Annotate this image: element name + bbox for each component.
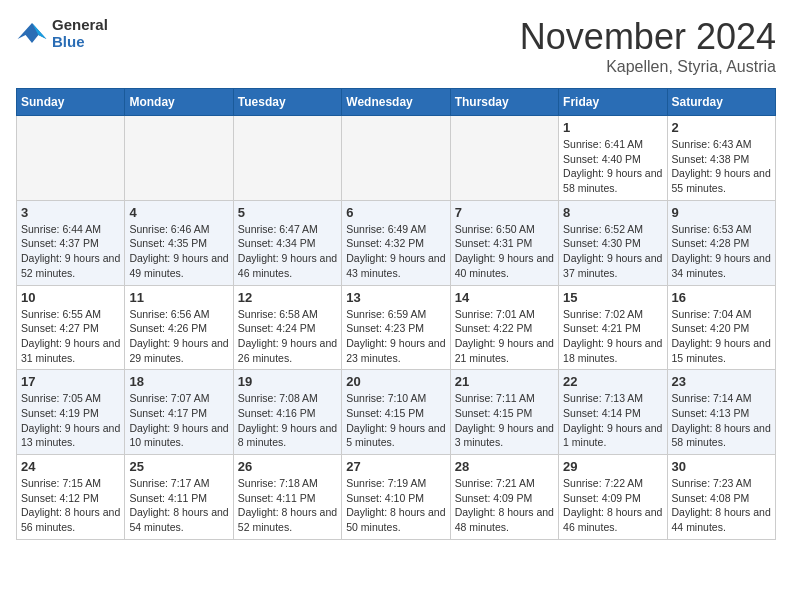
- day-info: Sunrise: 7:02 AM Sunset: 4:21 PM Dayligh…: [563, 307, 662, 366]
- day-info: Sunrise: 7:10 AM Sunset: 4:15 PM Dayligh…: [346, 391, 445, 450]
- day-number: 24: [21, 459, 120, 474]
- day-number: 4: [129, 205, 228, 220]
- day-info: Sunrise: 6:43 AM Sunset: 4:38 PM Dayligh…: [672, 137, 771, 196]
- calendar-cell: 15Sunrise: 7:02 AM Sunset: 4:21 PM Dayli…: [559, 285, 667, 370]
- calendar-cell: 2Sunrise: 6:43 AM Sunset: 4:38 PM Daylig…: [667, 116, 775, 201]
- calendar-cell: 23Sunrise: 7:14 AM Sunset: 4:13 PM Dayli…: [667, 370, 775, 455]
- day-info: Sunrise: 7:21 AM Sunset: 4:09 PM Dayligh…: [455, 476, 554, 535]
- calendar-week-row: 10Sunrise: 6:55 AM Sunset: 4:27 PM Dayli…: [17, 285, 776, 370]
- calendar-cell: 10Sunrise: 6:55 AM Sunset: 4:27 PM Dayli…: [17, 285, 125, 370]
- day-number: 6: [346, 205, 445, 220]
- day-number: 25: [129, 459, 228, 474]
- day-number: 2: [672, 120, 771, 135]
- day-info: Sunrise: 7:08 AM Sunset: 4:16 PM Dayligh…: [238, 391, 337, 450]
- calendar-cell: 27Sunrise: 7:19 AM Sunset: 4:10 PM Dayli…: [342, 455, 450, 540]
- calendar-cell: 17Sunrise: 7:05 AM Sunset: 4:19 PM Dayli…: [17, 370, 125, 455]
- calendar-cell: 16Sunrise: 7:04 AM Sunset: 4:20 PM Dayli…: [667, 285, 775, 370]
- day-number: 23: [672, 374, 771, 389]
- day-info: Sunrise: 7:13 AM Sunset: 4:14 PM Dayligh…: [563, 391, 662, 450]
- day-info: Sunrise: 7:22 AM Sunset: 4:09 PM Dayligh…: [563, 476, 662, 535]
- calendar-cell: 3Sunrise: 6:44 AM Sunset: 4:37 PM Daylig…: [17, 200, 125, 285]
- weekday-header-sunday: Sunday: [17, 89, 125, 116]
- page-header: General Blue November 2024 Kapellen, Sty…: [16, 16, 776, 76]
- calendar-cell: 21Sunrise: 7:11 AM Sunset: 4:15 PM Dayli…: [450, 370, 558, 455]
- calendar-cell: [17, 116, 125, 201]
- day-info: Sunrise: 6:50 AM Sunset: 4:31 PM Dayligh…: [455, 222, 554, 281]
- calendar-week-row: 1Sunrise: 6:41 AM Sunset: 4:40 PM Daylig…: [17, 116, 776, 201]
- calendar-cell: 5Sunrise: 6:47 AM Sunset: 4:34 PM Daylig…: [233, 200, 341, 285]
- calendar-cell: 26Sunrise: 7:18 AM Sunset: 4:11 PM Dayli…: [233, 455, 341, 540]
- calendar-cell: 24Sunrise: 7:15 AM Sunset: 4:12 PM Dayli…: [17, 455, 125, 540]
- calendar-cell: 4Sunrise: 6:46 AM Sunset: 4:35 PM Daylig…: [125, 200, 233, 285]
- day-number: 5: [238, 205, 337, 220]
- day-info: Sunrise: 6:47 AM Sunset: 4:34 PM Dayligh…: [238, 222, 337, 281]
- day-info: Sunrise: 7:15 AM Sunset: 4:12 PM Dayligh…: [21, 476, 120, 535]
- day-info: Sunrise: 7:18 AM Sunset: 4:11 PM Dayligh…: [238, 476, 337, 535]
- weekday-header-tuesday: Tuesday: [233, 89, 341, 116]
- day-number: 14: [455, 290, 554, 305]
- month-title: November 2024: [520, 16, 776, 58]
- day-info: Sunrise: 7:23 AM Sunset: 4:08 PM Dayligh…: [672, 476, 771, 535]
- calendar-cell: 1Sunrise: 6:41 AM Sunset: 4:40 PM Daylig…: [559, 116, 667, 201]
- day-number: 29: [563, 459, 662, 474]
- calendar-cell: 22Sunrise: 7:13 AM Sunset: 4:14 PM Dayli…: [559, 370, 667, 455]
- day-number: 18: [129, 374, 228, 389]
- day-info: Sunrise: 7:11 AM Sunset: 4:15 PM Dayligh…: [455, 391, 554, 450]
- weekday-header-row: SundayMondayTuesdayWednesdayThursdayFrid…: [17, 89, 776, 116]
- calendar-cell: 8Sunrise: 6:52 AM Sunset: 4:30 PM Daylig…: [559, 200, 667, 285]
- day-info: Sunrise: 6:52 AM Sunset: 4:30 PM Dayligh…: [563, 222, 662, 281]
- day-info: Sunrise: 6:53 AM Sunset: 4:28 PM Dayligh…: [672, 222, 771, 281]
- weekday-header-saturday: Saturday: [667, 89, 775, 116]
- calendar-cell: 29Sunrise: 7:22 AM Sunset: 4:09 PM Dayli…: [559, 455, 667, 540]
- day-number: 16: [672, 290, 771, 305]
- day-number: 1: [563, 120, 662, 135]
- day-number: 3: [21, 205, 120, 220]
- calendar-cell: [342, 116, 450, 201]
- day-info: Sunrise: 7:01 AM Sunset: 4:22 PM Dayligh…: [455, 307, 554, 366]
- location: Kapellen, Styria, Austria: [520, 58, 776, 76]
- day-info: Sunrise: 6:49 AM Sunset: 4:32 PM Dayligh…: [346, 222, 445, 281]
- calendar-cell: 30Sunrise: 7:23 AM Sunset: 4:08 PM Dayli…: [667, 455, 775, 540]
- day-info: Sunrise: 6:59 AM Sunset: 4:23 PM Dayligh…: [346, 307, 445, 366]
- day-info: Sunrise: 7:14 AM Sunset: 4:13 PM Dayligh…: [672, 391, 771, 450]
- calendar-cell: 6Sunrise: 6:49 AM Sunset: 4:32 PM Daylig…: [342, 200, 450, 285]
- calendar-cell: [125, 116, 233, 201]
- calendar-cell: 7Sunrise: 6:50 AM Sunset: 4:31 PM Daylig…: [450, 200, 558, 285]
- calendar-cell: [450, 116, 558, 201]
- calendar-cell: 18Sunrise: 7:07 AM Sunset: 4:17 PM Dayli…: [125, 370, 233, 455]
- day-number: 10: [21, 290, 120, 305]
- day-number: 8: [563, 205, 662, 220]
- day-info: Sunrise: 6:46 AM Sunset: 4:35 PM Dayligh…: [129, 222, 228, 281]
- day-info: Sunrise: 6:44 AM Sunset: 4:37 PM Dayligh…: [21, 222, 120, 281]
- calendar-week-row: 17Sunrise: 7:05 AM Sunset: 4:19 PM Dayli…: [17, 370, 776, 455]
- logo-text: General Blue: [52, 16, 108, 50]
- day-info: Sunrise: 7:19 AM Sunset: 4:10 PM Dayligh…: [346, 476, 445, 535]
- day-number: 9: [672, 205, 771, 220]
- weekday-header-wednesday: Wednesday: [342, 89, 450, 116]
- svg-marker-0: [18, 23, 47, 43]
- day-number: 12: [238, 290, 337, 305]
- day-info: Sunrise: 7:17 AM Sunset: 4:11 PM Dayligh…: [129, 476, 228, 535]
- day-info: Sunrise: 7:07 AM Sunset: 4:17 PM Dayligh…: [129, 391, 228, 450]
- day-number: 22: [563, 374, 662, 389]
- day-info: Sunrise: 6:56 AM Sunset: 4:26 PM Dayligh…: [129, 307, 228, 366]
- calendar-cell: 14Sunrise: 7:01 AM Sunset: 4:22 PM Dayli…: [450, 285, 558, 370]
- day-info: Sunrise: 7:05 AM Sunset: 4:19 PM Dayligh…: [21, 391, 120, 450]
- calendar-cell: 20Sunrise: 7:10 AM Sunset: 4:15 PM Dayli…: [342, 370, 450, 455]
- calendar-cell: 13Sunrise: 6:59 AM Sunset: 4:23 PM Dayli…: [342, 285, 450, 370]
- calendar-cell: 12Sunrise: 6:58 AM Sunset: 4:24 PM Dayli…: [233, 285, 341, 370]
- day-number: 13: [346, 290, 445, 305]
- day-number: 19: [238, 374, 337, 389]
- logo-icon: [16, 19, 48, 47]
- title-block: November 2024 Kapellen, Styria, Austria: [520, 16, 776, 76]
- weekday-header-friday: Friday: [559, 89, 667, 116]
- day-info: Sunrise: 6:58 AM Sunset: 4:24 PM Dayligh…: [238, 307, 337, 366]
- day-number: 7: [455, 205, 554, 220]
- logo: General Blue: [16, 16, 108, 50]
- day-number: 17: [21, 374, 120, 389]
- day-info: Sunrise: 7:04 AM Sunset: 4:20 PM Dayligh…: [672, 307, 771, 366]
- day-info: Sunrise: 6:55 AM Sunset: 4:27 PM Dayligh…: [21, 307, 120, 366]
- calendar-week-row: 3Sunrise: 6:44 AM Sunset: 4:37 PM Daylig…: [17, 200, 776, 285]
- calendar-cell: 11Sunrise: 6:56 AM Sunset: 4:26 PM Dayli…: [125, 285, 233, 370]
- weekday-header-thursday: Thursday: [450, 89, 558, 116]
